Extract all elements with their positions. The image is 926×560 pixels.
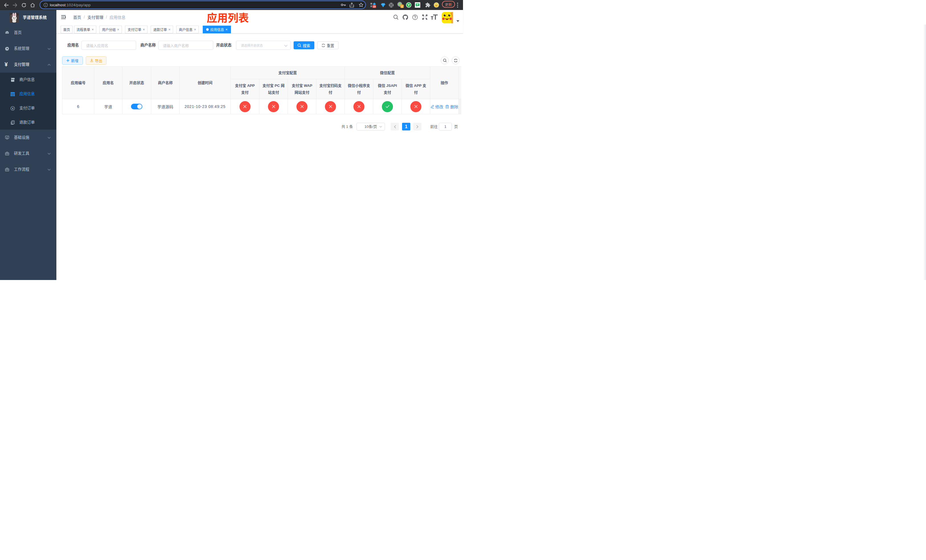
svg-text:10: 10: [373, 5, 376, 8]
svg-text:¥: ¥: [12, 107, 14, 110]
svg-text:1: 1: [401, 5, 402, 8]
